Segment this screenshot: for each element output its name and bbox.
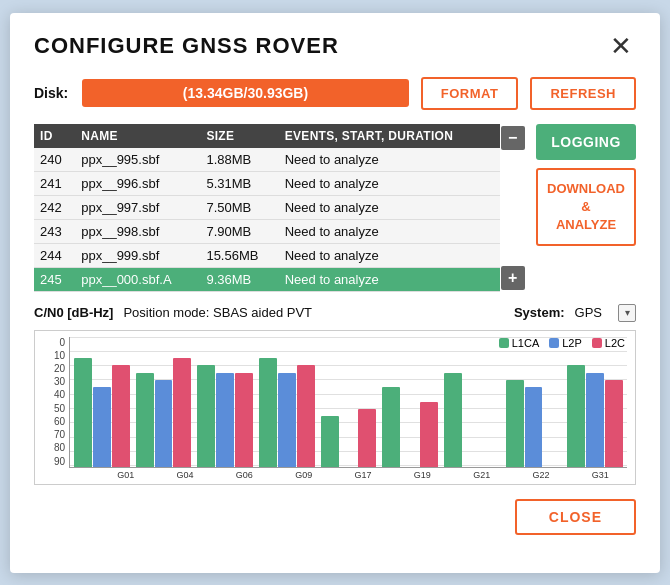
bar-group <box>197 337 253 467</box>
bar-l2p <box>93 387 111 466</box>
bar-l2c <box>297 365 315 466</box>
configure-gnss-rover-dialog: CONFIGURE GNSS ROVER ✕ Disk: (13.34GB/30… <box>10 13 660 573</box>
x-axis-label: G21 <box>455 470 508 480</box>
bar-l2c <box>420 402 438 467</box>
scroll-minus-button[interactable]: − <box>501 126 525 150</box>
col-name: NAME <box>75 124 200 148</box>
cell-events: Need to analyze <box>279 148 500 172</box>
download-analyze-button[interactable]: DOWNLOAD&ANALYZE <box>536 168 636 247</box>
cell-size: 1.88MB <box>200 148 278 172</box>
close-x-button[interactable]: ✕ <box>606 33 636 59</box>
bar-group-bars <box>197 337 253 467</box>
cell-events: Need to analyze <box>279 219 500 243</box>
cell-size: 9.36MB <box>200 267 278 291</box>
bar-l1ca <box>321 416 339 467</box>
y-axis-label: 80 <box>43 442 65 453</box>
bar-l2c <box>235 373 253 467</box>
cell-id: 243 <box>34 219 75 243</box>
y-axis: 9080706050403020100 <box>43 337 65 467</box>
bar-l2p <box>525 387 543 466</box>
cell-name: ppx__997.sbf <box>75 195 200 219</box>
x-axis-label: G19 <box>396 470 449 480</box>
x-axis-label: G09 <box>277 470 330 480</box>
dialog-header: CONFIGURE GNSS ROVER ✕ <box>34 33 636 59</box>
x-axis-label: G06 <box>218 470 271 480</box>
chart-bars <box>69 337 627 468</box>
bar-group-bars <box>382 337 438 467</box>
y-axis-label: 50 <box>43 403 65 414</box>
bar-group <box>136 337 192 467</box>
bar-group <box>382 337 438 467</box>
x-axis-label: G22 <box>514 470 567 480</box>
position-mode-label: Position mode: <box>123 305 209 320</box>
format-button[interactable]: FORMAT <box>421 77 519 110</box>
bar-l2c <box>173 358 191 466</box>
cell-id: 245 <box>34 267 75 291</box>
download-analyze-label: DOWNLOAD&ANALYZE <box>547 181 625 232</box>
file-table-section: ID NAME SIZE EVENTS, START, DURATION 240… <box>34 124 526 292</box>
system-value: GPS <box>575 305 602 320</box>
bar-group <box>506 337 562 467</box>
table-row[interactable]: 245ppx__000.sbf.A9.36MBNeed to analyze <box>34 267 500 291</box>
cell-size: 7.50MB <box>200 195 278 219</box>
bar-group <box>74 337 130 467</box>
col-id: ID <box>34 124 75 148</box>
logging-button[interactable]: LOGGING <box>536 124 636 160</box>
cnr-bar: C/N0 [dB-Hz] Position mode: SBAS aided P… <box>34 304 636 322</box>
cell-name: ppx__999.sbf <box>75 243 200 267</box>
table-row[interactable]: 244ppx__999.sbf15.56MBNeed to analyze <box>34 243 500 267</box>
cell-size: 7.90MB <box>200 219 278 243</box>
bar-group <box>567 337 623 467</box>
system-dropdown[interactable]: ▾ <box>618 304 636 322</box>
cell-id: 242 <box>34 195 75 219</box>
bar-l1ca <box>506 380 524 467</box>
bar-group <box>444 337 500 467</box>
table-row[interactable]: 241ppx__996.sbf5.31MBNeed to analyze <box>34 171 500 195</box>
x-axis-label: G17 <box>336 470 389 480</box>
cell-id: 244 <box>34 243 75 267</box>
bar-l1ca <box>197 365 215 466</box>
bar-l2c <box>112 365 130 466</box>
bar-group <box>259 337 315 467</box>
y-axis-label: 0 <box>43 337 65 348</box>
y-axis-label: 90 <box>43 456 65 467</box>
table-row[interactable]: 242ppx__997.sbf7.50MBNeed to analyze <box>34 195 500 219</box>
bar-group-bars <box>321 337 377 467</box>
y-axis-label: 20 <box>43 363 65 374</box>
y-axis-label: 40 <box>43 389 65 400</box>
cell-name: ppx__998.sbf <box>75 219 200 243</box>
x-labels: G01G04G06G09G17G19G21G22G31 <box>69 470 627 480</box>
chart-area: L1CA L2P L2C 9080706050403020100 G01G04G… <box>34 330 636 485</box>
dialog-title: CONFIGURE GNSS ROVER <box>34 33 339 59</box>
cell-events: Need to analyze <box>279 195 500 219</box>
position-mode-value: SBAS aided PVT <box>213 305 312 320</box>
bar-group <box>321 337 377 467</box>
refresh-button[interactable]: REFRESH <box>530 77 636 110</box>
scroll-plus-button[interactable]: + <box>501 266 525 290</box>
cell-events: Need to analyze <box>279 243 500 267</box>
cell-name: ppx__995.sbf <box>75 148 200 172</box>
system-label: System: <box>514 305 565 320</box>
top-controls: Disk: (13.34GB/30.93GB) FORMAT REFRESH <box>34 77 636 110</box>
bar-l2p <box>216 373 234 467</box>
cell-size: 5.31MB <box>200 171 278 195</box>
bar-l2p <box>278 373 296 467</box>
table-row[interactable]: 243ppx__998.sbf7.90MBNeed to analyze <box>34 219 500 243</box>
y-axis-label: 60 <box>43 416 65 427</box>
cell-name: ppx__000.sbf.A <box>75 267 200 291</box>
bar-l1ca <box>382 387 400 466</box>
right-buttons: LOGGING DOWNLOAD&ANALYZE <box>536 124 636 292</box>
y-axis-label: 10 <box>43 350 65 361</box>
disk-bar-wrapper: (13.34GB/30.93GB) <box>82 79 409 107</box>
bar-group-bars <box>567 337 623 467</box>
bar-group-bars <box>136 337 192 467</box>
cell-events: Need to analyze <box>279 267 500 291</box>
cell-size: 15.56MB <box>200 243 278 267</box>
close-button[interactable]: CLOSE <box>515 499 636 535</box>
bar-l1ca <box>567 365 585 466</box>
bar-l1ca <box>136 373 154 467</box>
table-row[interactable]: 240ppx__995.sbf1.88MBNeed to analyze <box>34 148 500 172</box>
x-axis-label: G01 <box>99 470 152 480</box>
bar-l2p <box>155 380 173 467</box>
bar-group-bars <box>74 337 130 467</box>
